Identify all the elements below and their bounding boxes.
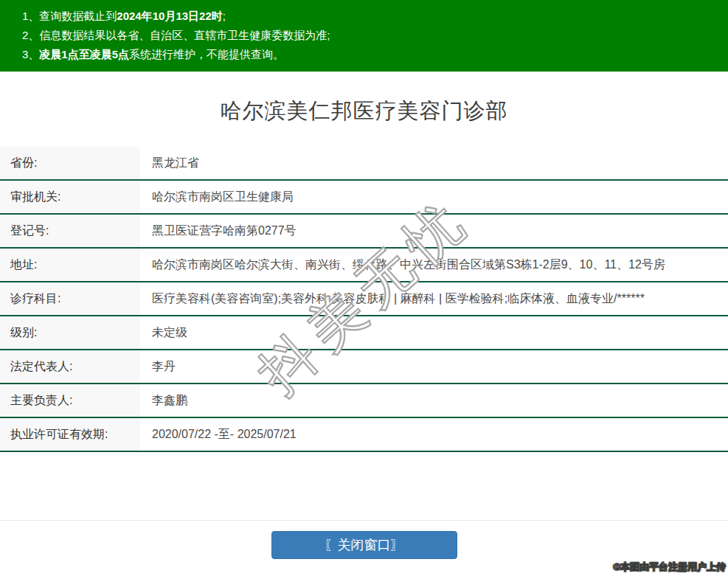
row-value-medical-subjects: 医疗美容科(美容咨询室);美容外科;美容皮肤科 | 麻醉科 | 医学检验科;临床… <box>140 282 728 315</box>
notice-bar: 1、查询数据截止到2024年10月13日22时; 2、信息数据结果以各省、自治区… <box>0 0 728 72</box>
row-label-level: 级别: <box>0 316 140 349</box>
institution-info-table: 省份: 黑龙江省 审批机关: 哈尔滨市南岗区卫生健康局 登记号: 黑卫医证营字哈… <box>0 147 728 452</box>
notice-line-2: 2、信息数据结果以各省、自治区、直辖市卫生健康委数据为准; <box>22 26 721 45</box>
table-row-legal-representative: 法定代表人: 李丹 <box>0 350 728 384</box>
page-title: 哈尔滨美仁邦医疗美容门诊部 <box>0 97 728 126</box>
row-label-registration-number: 登记号: <box>0 215 140 247</box>
row-label-medical-subjects: 诊疗科目: <box>0 282 140 315</box>
table-row-person-in-charge: 主要负责人: 李鑫鹏 <box>0 384 728 418</box>
notice-3-bold-text: 凌晨1点至凌晨5点 <box>39 48 129 60</box>
row-value-registration-number: 黑卫医证营字哈南第0277号 <box>140 215 728 247</box>
table-row-level: 级别: 未定级 <box>0 316 728 350</box>
notice-2-number: 2、 <box>22 29 39 41</box>
table-row-province: 省份: 黑龙江省 <box>0 147 728 181</box>
row-value-license-validity: 2020/07/22 -至- 2025/07/21 <box>140 418 728 451</box>
notice-3-suffix: 系统进行维护，不能提供查询。 <box>129 48 284 60</box>
row-value-approval-authority: 哈尔滨市南岗区卫生健康局 <box>140 181 728 213</box>
row-label-approval-authority: 审批机关: <box>0 181 140 213</box>
row-value-legal-representative: 李丹 <box>140 350 728 383</box>
notice-1-bold-text: 2024年10月13日22时 <box>117 10 222 22</box>
row-value-level: 未定级 <box>140 316 728 349</box>
row-value-person-in-charge: 李鑫鹏 <box>140 384 728 417</box>
table-row-license-validity: 执业许可证有效期: 2020/07/22 -至- 2025/07/21 <box>0 418 728 452</box>
copyright-watermark-text: ©本图由平台注册用户上传 <box>613 561 726 574</box>
footer-divider <box>0 520 728 521</box>
row-value-province: 黑龙江省 <box>140 147 728 179</box>
row-value-address: 哈尔滨市南岗区哈尔滨大街、南兴街、绥化路、中兴左街围合区域第S3栋1-2层9、1… <box>140 249 728 281</box>
table-row-address: 地址: 哈尔滨市南岗区哈尔滨大街、南兴街、绥化路、中兴左街围合区域第S3栋1-2… <box>0 249 728 282</box>
row-label-license-validity: 执业许可证有效期: <box>0 418 140 451</box>
row-label-person-in-charge: 主要负责人: <box>0 384 140 417</box>
row-label-legal-representative: 法定代表人: <box>0 350 140 383</box>
notice-1-text: 查询数据截止到 <box>39 10 117 22</box>
table-row-approval-authority: 审批机关: 哈尔滨市南岗区卫生健康局 <box>0 181 728 215</box>
notice-2-text: 信息数据结果以各省、自治区、直辖市卫生健康委数据为准; <box>39 29 330 41</box>
notice-1-number: 1、 <box>22 10 39 22</box>
notice-1-suffix: ; <box>223 10 226 22</box>
table-row-registration-number: 登记号: 黑卫医证营字哈南第0277号 <box>0 215 728 249</box>
row-label-province: 省份: <box>0 147 140 179</box>
notice-line-1: 1、查询数据截止到2024年10月13日22时; <box>22 7 721 26</box>
notice-line-3: 3、凌晨1点至凌晨5点系统进行维护，不能提供查询。 <box>22 45 721 64</box>
notice-3-number: 3、 <box>22 48 39 60</box>
close-window-button[interactable]: 〖关闭窗口〗 <box>271 531 457 559</box>
row-label-address: 地址: <box>0 249 140 281</box>
table-row-medical-subjects: 诊疗科目: 医疗美容科(美容咨询室);美容外科;美容皮肤科 | 麻醉科 | 医学… <box>0 282 728 316</box>
